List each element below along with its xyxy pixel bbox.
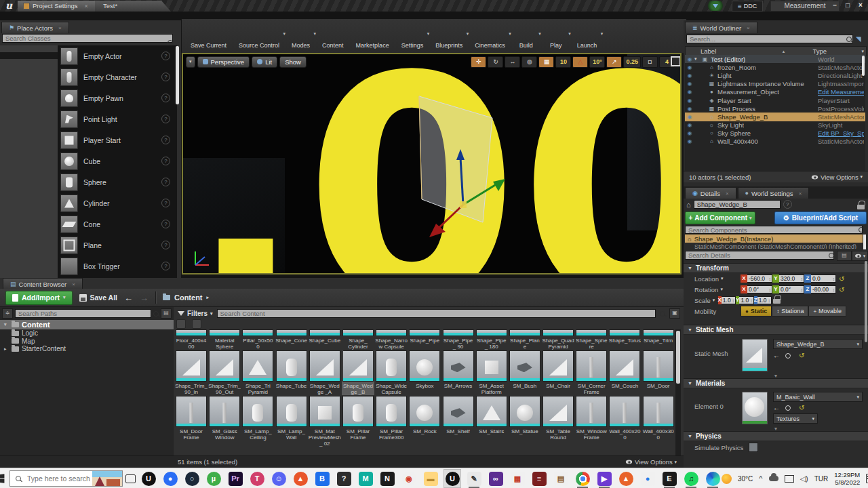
- grid-snap-value[interactable]: 10: [555, 56, 571, 68]
- section-expander-icon[interactable]: ▼: [684, 426, 868, 431]
- add-component-button[interactable]: + Add Component ▾: [685, 211, 755, 224]
- spotify-icon[interactable]: ♫: [682, 469, 700, 488]
- camera-speed-icon[interactable]: ◘: [642, 56, 658, 68]
- rotation-snap-icon[interactable]: △: [572, 56, 588, 68]
- help-icon[interactable]: ?: [161, 178, 170, 186]
- forward-arrow-icon[interactable]: →: [140, 293, 149, 303]
- asset-item[interactable]: SM_Arrows: [442, 350, 475, 395]
- asset-item[interactable]: Shape_Pipe: [408, 329, 441, 350]
- record-icon[interactable]: ◉: [400, 469, 418, 488]
- paths-options-icon[interactable]: ▤: [161, 308, 172, 319]
- utorrent-icon[interactable]: µ: [205, 469, 222, 488]
- label-column-header[interactable]: Label: [686, 47, 782, 55]
- outliner-row[interactable]: ◉ ⌂ Shape_Wedge_B StaticMeshActor: [685, 113, 865, 121]
- pen-tablet-icon[interactable]: ✎: [465, 469, 483, 488]
- toolbar-button[interactable]: Save Current: [184, 19, 233, 53]
- placeable-actor-item[interactable]: Point Light ?: [58, 108, 177, 129]
- help-icon[interactable]: ?: [161, 136, 170, 144]
- pink-app-icon[interactable]: T: [248, 469, 266, 488]
- toolbar-button[interactable]: Content: [316, 19, 350, 53]
- scale-z-field[interactable]: 1.0↕: [757, 296, 772, 304]
- asset-item[interactable]: Shape_Torus: [608, 329, 641, 350]
- multiuser-status-icon[interactable]: [707, 1, 724, 11]
- clock[interactable]: 12:29PM 5/8/2022: [834, 471, 860, 486]
- volume-icon[interactable]: ◁): [800, 474, 808, 483]
- taskbar-search[interactable]: [9, 470, 123, 487]
- asset-item[interactable]: Skybox: [408, 350, 441, 395]
- toolbar-button[interactable]: Settings ▾: [395, 19, 430, 53]
- category-item[interactable]: [0, 86, 58, 93]
- ddc-button[interactable]: ≡ DDC: [732, 1, 763, 12]
- world-outliner-tab[interactable]: ≣ World Outliner ×: [685, 22, 757, 33]
- inherited-component-row[interactable]: StaticMeshComponent (StaticMeshComponent…: [685, 243, 865, 249]
- help-icon[interactable]: ?: [161, 157, 170, 165]
- scale-snap-icon[interactable]: ↗: [606, 56, 622, 68]
- asset-item[interactable]: SM_Corner Frame: [575, 350, 608, 395]
- asset-item[interactable]: Shape_Wedge _B: [342, 350, 374, 395]
- placeable-actor-item[interactable]: Player Start ?: [58, 129, 177, 150]
- expand-caret-icon[interactable]: ▾: [4, 322, 9, 327]
- blueprint-add-script-button[interactable]: ⚙ Blueprint/Add Script: [774, 211, 867, 224]
- placeable-actor-item[interactable]: Cylinder ?: [58, 192, 177, 214]
- store-grid-icon[interactable]: ▦: [509, 469, 526, 488]
- outliner-row[interactable]: ◉ ◈ Player Start PlayerStart: [685, 96, 865, 104]
- details-visibility-filter-button[interactable]: ▾: [852, 251, 868, 261]
- toolbar-button[interactable]: Launch ▾: [571, 19, 604, 53]
- transform-section-header[interactable]: ▼ Transform: [684, 263, 868, 273]
- unreal-active-icon[interactable]: U: [443, 469, 461, 488]
- tab-close-icon[interactable]: ×: [747, 25, 750, 31]
- asset-item[interactable]: Material Sphere: [208, 329, 241, 350]
- save-all-button[interactable]: Save All: [79, 293, 117, 302]
- search-details-input[interactable]: [685, 251, 834, 260]
- tab-close-icon[interactable]: ×: [85, 1, 88, 12]
- asset-item[interactable]: Pillar_50x500: [241, 329, 274, 350]
- asset-item[interactable]: SM_Chair: [542, 350, 574, 395]
- close-button[interactable]: ×: [854, 1, 867, 10]
- place-actors-scrollbar[interactable]: [176, 46, 179, 104]
- simulate-physics-checkbox[interactable]: [749, 443, 758, 452]
- search-content-input[interactable]: [217, 309, 656, 318]
- place-actors-tab[interactable]: ⚑ Place Actors ×: [1, 22, 69, 33]
- asset-item[interactable]: SM_Pillar Frame300: [375, 396, 408, 447]
- outliner-row[interactable]: ◉ ⌂ frozen_Room StaticMeshActor: [685, 63, 865, 71]
- asset-item[interactable]: Shape_Wedge _A: [309, 350, 341, 395]
- outliner-scrollbar[interactable]: [862, 56, 865, 76]
- tab-test[interactable]: Test*: [95, 1, 171, 12]
- scale-tool-icon[interactable]: ↔: [505, 56, 520, 68]
- brave-icon[interactable]: ▲: [617, 469, 635, 488]
- asset-item[interactable]: SM_Window Frame: [575, 396, 608, 447]
- tab-close-icon[interactable]: ×: [72, 281, 75, 287]
- blue-b-icon[interactable]: B: [313, 469, 331, 488]
- visibility-eye-icon[interactable]: ◉: [685, 138, 694, 144]
- grid-snap-icon[interactable]: ▦: [538, 56, 554, 68]
- viewport[interactable]: .00 ▾: [182, 53, 682, 274]
- category-item[interactable]: [0, 79, 58, 86]
- filters-button[interactable]: Filters ▾: [178, 310, 213, 317]
- tab-close-icon[interactable]: ×: [58, 25, 62, 31]
- viewport-options-button[interactable]: ▾: [186, 56, 195, 68]
- asset-item[interactable]: Shape_Trim_ 90_In: [175, 350, 208, 395]
- expand-caret-icon[interactable]: ▾: [694, 56, 701, 62]
- folder-tree-item[interactable]: Map: [0, 338, 174, 346]
- help-icon[interactable]: ?: [161, 52, 170, 60]
- component-instance-row[interactable]: ⌂ Shape_Wedge_B(Instance): [685, 235, 863, 243]
- asset-grid-scrollbar[interactable]: [675, 329, 681, 455]
- asset-item[interactable]: Shape_Plane: [509, 329, 541, 350]
- mobility-option-button[interactable]: ↕ Stationa: [772, 306, 808, 317]
- browse-icon[interactable]: [785, 353, 791, 359]
- asset-item[interactable]: Shape_Sphere: [575, 329, 608, 350]
- view-options-button[interactable]: View Options: [635, 458, 673, 466]
- chrome-icon[interactable]: [574, 469, 591, 488]
- rotate-tool-icon[interactable]: ↻: [488, 56, 503, 68]
- premiere-icon[interactable]: Pr: [226, 469, 244, 488]
- asset-item[interactable]: SM_Door: [642, 350, 675, 395]
- static-mesh-dropdown[interactable]: Shape_Wedge_B ▾: [773, 339, 863, 349]
- temperature-label[interactable]: 30°C: [738, 475, 753, 483]
- onedrive-cloud-icon[interactable]: [769, 476, 778, 481]
- category-item[interactable]: [0, 66, 58, 73]
- translate-tool-icon[interactable]: ✛: [471, 56, 486, 68]
- asset-item[interactable]: SM_Lamp_ Ceiling: [241, 396, 274, 447]
- type-sort-caret-icon[interactable]: ▾: [861, 49, 864, 54]
- asset-item[interactable]: SM_Mat PreviewMesh_ 02: [309, 396, 341, 447]
- dropdown-caret-icon[interactable]: ▾: [601, 31, 604, 37]
